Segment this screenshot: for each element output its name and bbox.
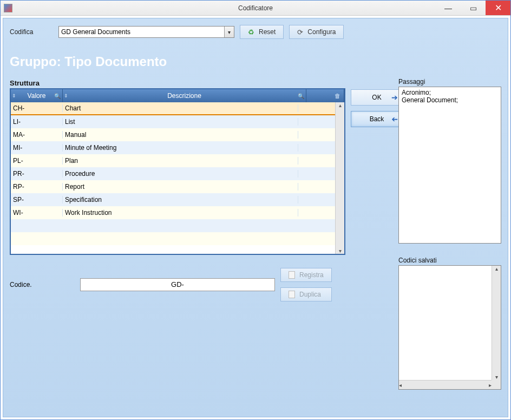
left-column: ⇕ Valore 🔍 ⇕ Descrizione 🔍 🗑 — [10, 88, 345, 301]
grid-header: ⇕ Valore 🔍 ⇕ Descrizione 🔍 🗑 — [11, 89, 344, 102]
table-row[interactable]: WI-Work Instruction — [11, 206, 335, 219]
cell-descrizione: Chart — [63, 104, 298, 112]
codice-row: Codice. GD- Registra Duplica — [10, 268, 345, 301]
cell-descrizione: Work Instruction — [63, 209, 298, 216]
vertical-scrollbar[interactable]: ▴ ▾ — [335, 102, 344, 254]
sort-icon: ⇕ — [12, 93, 16, 99]
passaggi-box[interactable]: Acronimo; General Document; — [398, 87, 501, 244]
duplica-label: Duplica — [299, 291, 321, 298]
grid-body: CH-ChartLI-ListMA-ManualMI-Minute of Mee… — [11, 102, 344, 254]
side-panel: Passaggi Acronimo; General Document; Cod… — [398, 78, 501, 390]
codici-box[interactable]: ▴ ▾ ◂ ▸ — [398, 265, 501, 390]
group-title: Gruppo: Tipo Documento — [10, 54, 501, 69]
table-row[interactable]: LI-List — [11, 115, 335, 128]
top-row: Codifica GD General Documents ▾ ♻ Reset … — [10, 25, 501, 39]
back-button[interactable]: Back ➔ — [351, 111, 403, 127]
minimize-button[interactable]: — — [436, 1, 461, 15]
app-window: Codificatore — ▭ ✕ Codifica GD General D… — [0, 0, 511, 420]
codice-buttons: Registra Duplica — [280, 268, 332, 301]
window-controls: — ▭ ✕ — [436, 1, 510, 15]
configura-label: Configura — [307, 28, 336, 36]
app-icon — [4, 4, 12, 12]
table-row[interactable]: MA-Manual — [11, 128, 335, 141]
struttura-grid: ⇕ Valore 🔍 ⇕ Descrizione 🔍 🗑 — [10, 88, 345, 255]
column-header-valore[interactable]: ⇕ Valore 🔍 — [11, 89, 63, 102]
column-header-descrizione[interactable]: ⇕ Descrizione 🔍 — [63, 89, 306, 102]
close-button[interactable]: ✕ — [486, 1, 510, 15]
document-icon — [289, 291, 295, 298]
passaggi-label: Passaggi — [398, 78, 501, 86]
gear-icon: ⟳ — [297, 28, 303, 36]
cell-descrizione: Report — [63, 183, 298, 191]
scroll-down-icon[interactable]: ▾ — [495, 374, 498, 380]
cell-descrizione: Procedure — [63, 170, 298, 178]
arrow-left-icon: ➔ — [391, 115, 398, 123]
table-row[interactable]: PL-Plan — [11, 154, 335, 167]
reset-label: Reset — [259, 28, 276, 36]
maximize-button[interactable]: ▭ — [461, 1, 486, 15]
search-icon[interactable]: 🔍 — [298, 93, 304, 99]
trash-icon[interactable]: 🗑 — [335, 93, 340, 99]
table-row[interactable]: MI-Minute of Meeting — [11, 141, 335, 154]
registra-button[interactable]: Registra — [280, 268, 332, 282]
window-title: Codificatore — [238, 4, 273, 12]
table-row[interactable]: SP-Specification — [11, 193, 335, 206]
codifica-value: GD General Documents — [61, 28, 130, 36]
ok-button[interactable]: OK ➔ — [351, 89, 403, 106]
cell-valore: SP- — [11, 196, 63, 204]
search-icon[interactable]: 🔍 — [54, 93, 61, 99]
cell-valore: WI- — [11, 209, 63, 216]
cell-valore: MA- — [11, 131, 63, 139]
scroll-corner — [492, 380, 501, 389]
back-label: Back — [370, 115, 384, 123]
codici-list — [399, 266, 492, 380]
cell-valore: MI- — [11, 144, 63, 152]
table-row[interactable]: CH-Chart — [11, 102, 335, 115]
grid-rows: CH-ChartLI-ListMA-ManualMI-Minute of Mee… — [11, 102, 335, 254]
table-row[interactable]: RP-Report — [11, 180, 335, 193]
cell-valore: PR- — [11, 170, 63, 178]
chevron-down-icon[interactable]: ▾ — [224, 27, 234, 37]
duplica-button[interactable]: Duplica — [280, 287, 332, 301]
cell-descrizione: Plan — [63, 157, 298, 165]
codice-label: Codice. — [10, 281, 75, 288]
passaggi-section: Passaggi Acronimo; General Document; — [398, 78, 501, 244]
cell-valore: CH- — [11, 104, 63, 112]
registra-label: Registra — [299, 271, 324, 279]
ok-label: OK — [372, 94, 381, 101]
configura-button[interactable]: ⟳ Configura — [289, 25, 344, 39]
cell-descrizione: Specification — [63, 196, 298, 204]
column-header-actions[interactable]: 🗑 — [306, 89, 344, 102]
document-icon — [289, 271, 295, 279]
codici-vertical-scrollbar[interactable]: ▴ ▾ — [492, 266, 501, 380]
arrow-right-icon: ➔ — [391, 93, 398, 102]
refresh-icon: ♻ — [248, 28, 254, 36]
table-row[interactable] — [11, 232, 335, 245]
cell-descrizione: Minute of Meeting — [63, 144, 298, 152]
reset-button[interactable]: ♻ Reset — [240, 25, 284, 39]
scroll-up-icon[interactable]: ▴ — [339, 102, 342, 108]
cell-descrizione: List — [63, 118, 298, 126]
cell-valore: RP- — [11, 183, 63, 191]
cell-valore: PL- — [11, 157, 63, 165]
cell-descrizione: Manual — [63, 131, 298, 139]
codici-label: Codici salvati — [398, 257, 501, 264]
ok-back-buttons: OK ➔ Back ➔ — [351, 89, 403, 301]
titlebar: Codificatore — ▭ ✕ — [1, 1, 510, 16]
table-row[interactable] — [11, 219, 335, 232]
scroll-down-icon[interactable]: ▾ — [339, 248, 342, 254]
scroll-up-icon[interactable]: ▴ — [495, 266, 498, 272]
scroll-left-icon[interactable]: ◂ — [399, 382, 402, 388]
codici-salvati-section: Codici salvati ▴ ▾ ◂ ▸ — [398, 257, 501, 390]
codifica-label: Codifica — [10, 28, 53, 36]
sort-icon: ⇕ — [64, 93, 68, 99]
codifica-select[interactable]: GD General Documents ▾ — [58, 26, 234, 38]
cell-valore: LI- — [11, 118, 63, 126]
codici-horizontal-scrollbar[interactable]: ◂ ▸ — [399, 380, 492, 389]
codice-input[interactable]: GD- — [80, 278, 275, 291]
content-panel: Codifica GD General Documents ▾ ♻ Reset … — [3, 18, 508, 417]
table-row[interactable]: PR-Procedure — [11, 167, 335, 180]
